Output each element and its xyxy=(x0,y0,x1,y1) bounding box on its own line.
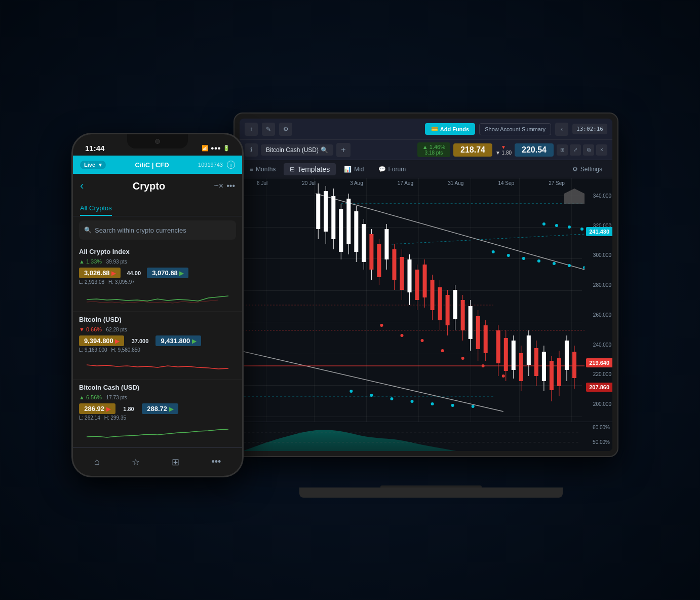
svg-point-88 xyxy=(568,264,571,267)
svg-point-94 xyxy=(431,402,434,405)
change-pct: ▲ 6.56% xyxy=(79,394,102,400)
show-account-button[interactable]: Show Account Summary xyxy=(479,123,551,135)
volume-area: 60.00% 50.00% 37.80% xyxy=(240,422,612,451)
svg-point-97 xyxy=(542,222,546,226)
x-label: 27 Sep xyxy=(549,180,565,186)
phone-account-bar: Live ▾ CiliC | CFD 10919743 i xyxy=(73,156,242,174)
card-icon: 💳 xyxy=(431,126,438,132)
grid-icon[interactable]: ⊞ xyxy=(557,144,568,156)
spread: 37.000 xyxy=(132,338,149,344)
low-detail: L: 2,913.08 xyxy=(79,279,104,285)
change-pct: ▲ 1.33% xyxy=(79,258,102,265)
nav-mid[interactable]: 📊 Mid xyxy=(338,164,370,175)
top-bar: + ✎ ⚙ 💳 Add Funds Show Account Summary ‹… xyxy=(240,119,612,140)
add-funds-button[interactable]: 💳 Add Funds xyxy=(425,123,475,135)
sell-price[interactable]: 9,394.800 ▶ xyxy=(79,335,124,346)
chart-type-icon[interactable]: ~× xyxy=(214,181,224,191)
phone: 11:44 📶 ●●● 🔋 Live ▾ CiliC | CFD 1091974… xyxy=(71,133,244,477)
edit-icon[interactable]: ✎ xyxy=(262,123,275,136)
page-title: Crypto xyxy=(88,180,210,192)
instrument-selector[interactable]: Bitcoin Cash (USD) 🔍 xyxy=(261,144,333,156)
nav-home[interactable]: ⌂ xyxy=(94,457,100,467)
scene: + ✎ ⚙ 💳 Add Funds Show Account Summary ‹… xyxy=(71,72,629,528)
svg-rect-29 xyxy=(392,249,396,280)
cyan-price-label: 241.430 xyxy=(586,227,612,236)
svg-point-89 xyxy=(583,266,585,269)
close-icon[interactable]: × xyxy=(596,144,607,156)
info-icon[interactable]: i xyxy=(227,161,235,169)
instrument-details: L: 2,913.08 H: 3,095.97 xyxy=(79,279,236,285)
nav-settings[interactable]: ⚙ Settings xyxy=(566,164,608,175)
account-type: CiliC | CFD xyxy=(110,161,194,169)
laptop-body: + ✎ ⚙ 💳 Add Funds Show Account Summary ‹… xyxy=(234,113,618,457)
change-pts: 62.28 pts xyxy=(106,327,127,332)
expand-icon[interactable]: ⤢ xyxy=(570,144,581,156)
svg-point-83 xyxy=(492,250,495,253)
header-icons: ~× ••• xyxy=(214,181,236,191)
red-price-label: 219.640 xyxy=(586,358,612,367)
sliders-icon: ⊟ xyxy=(290,166,295,173)
svg-rect-23 xyxy=(369,234,373,270)
high-detail: H: 299.35 xyxy=(104,415,126,421)
add-icon[interactable]: + xyxy=(245,123,258,136)
svg-rect-31 xyxy=(400,257,404,290)
sell-price[interactable]: 3,026.68 ▶ xyxy=(79,268,121,278)
search-bar[interactable]: 🔍 Search within crypto currencies xyxy=(79,220,236,240)
svg-rect-21 xyxy=(362,224,366,262)
tab-all-cryptos[interactable]: All Cryptos xyxy=(80,201,112,216)
nav-more[interactable]: ••• xyxy=(211,457,221,467)
price-change-display: ▲ 1.46% 3.18 pts xyxy=(417,142,450,157)
buy-price[interactable]: 288.72 ▶ xyxy=(142,403,178,414)
svg-point-84 xyxy=(507,254,510,257)
settings-icon[interactable]: ⚙ xyxy=(279,123,292,136)
svg-rect-37 xyxy=(423,265,427,297)
nav-months[interactable]: ≡ Months xyxy=(244,164,282,175)
down-arrow-icon: ▼ xyxy=(501,144,506,150)
nav-templates[interactable]: ⊟ Templates xyxy=(284,163,336,175)
instrument-prices: 286.92 ▶ 1.80 288.72 ▶ xyxy=(79,403,236,414)
phone-notch xyxy=(127,134,188,148)
spread: 44.00 xyxy=(127,270,141,276)
list-item[interactable]: Bitcoin Cash (USD) ▲ 6.56% 17.73 pts 286… xyxy=(73,380,242,447)
search-icon: 🔍 xyxy=(84,227,92,234)
x-label: 14 Sep xyxy=(498,180,514,186)
buy-price-display[interactable]: 220.54 xyxy=(515,143,554,157)
low-detail: L: 262.14 xyxy=(79,415,100,421)
back-button[interactable]: ‹ xyxy=(80,179,84,193)
sell-price[interactable]: 286.92 ▶ xyxy=(79,403,115,414)
svg-rect-63 xyxy=(527,335,531,365)
x-label: 17 Aug xyxy=(398,180,413,186)
list-item[interactable]: All Crypto Index ▲ 1.33% 39.93 pts 3,026… xyxy=(73,244,242,312)
more-options-icon[interactable]: ••• xyxy=(226,181,235,191)
pop-out-icon[interactable]: ⧉ xyxy=(583,144,594,156)
svg-point-92 xyxy=(390,397,393,400)
front-camera xyxy=(155,139,160,144)
nav-markets[interactable]: ⊞ xyxy=(172,457,179,468)
info-icon[interactable]: ℹ xyxy=(245,143,258,157)
buy-price[interactable]: 9,431.800 ▶ xyxy=(155,335,201,346)
sell-price-display[interactable]: 218.74 xyxy=(453,143,492,157)
nav-watchlist[interactable]: ☆ xyxy=(132,457,140,468)
add-tab-button[interactable]: + xyxy=(336,143,351,157)
spread: 1.80 xyxy=(123,406,134,412)
mini-chart xyxy=(79,423,236,443)
list-item[interactable]: Bitcoin (USD) ▼ 0.66% 62.28 pts 9,394.80… xyxy=(73,312,242,380)
svg-point-93 xyxy=(410,400,413,403)
nav-forum[interactable]: 💬 Forum xyxy=(372,164,412,175)
svg-line-1 xyxy=(240,351,503,411)
hamburger-icon: ≡ xyxy=(250,166,253,173)
account-number: 10919743 xyxy=(198,162,223,168)
x-label: 20 Jul xyxy=(302,180,316,186)
svg-rect-9 xyxy=(316,194,320,229)
collapse-icon[interactable]: ‹ xyxy=(555,123,568,136)
buy-price[interactable]: 3,070.68 ▶ xyxy=(147,268,188,278)
change-pts: 17.73 pts xyxy=(106,395,127,400)
svg-rect-13 xyxy=(331,196,335,239)
svg-rect-47 xyxy=(461,300,465,330)
dark-red-price-label: 207.860 xyxy=(586,383,612,392)
svg-rect-11 xyxy=(324,191,328,232)
svg-rect-71 xyxy=(557,358,561,386)
svg-rect-57 xyxy=(504,338,508,371)
chart-area: 340.000 320.000 300.000 280.000 260.000 … xyxy=(240,178,612,422)
laptop-screen: + ✎ ⚙ 💳 Add Funds Show Account Summary ‹… xyxy=(240,119,612,451)
